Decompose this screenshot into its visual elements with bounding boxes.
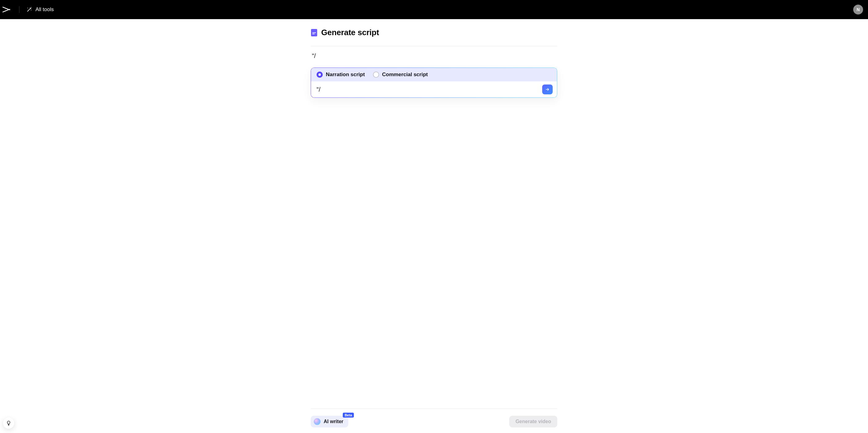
page-title-row: Generate script [311,28,557,37]
avatar[interactable]: N [853,5,863,15]
displayed-script-text: "/ [311,46,557,63]
magic-wand-icon [26,6,32,12]
svg-point-1 [31,7,32,8]
radio-narration-label: Narration script [326,71,365,78]
all-tools-button[interactable]: All tools [24,5,56,15]
top-separator [19,6,20,13]
arrow-right-icon [545,87,550,92]
page-title: Generate script [321,28,379,37]
ai-writer-label: AI writer [324,419,343,424]
radio-narration-script[interactable]: Narration script [316,71,365,78]
svg-point-0 [27,8,28,8]
radio-commercial-label: Commercial script [382,71,428,78]
top-bar: All tools N [0,0,868,19]
submit-button[interactable] [542,85,553,94]
ai-orb-icon [314,418,320,425]
generate-video-button[interactable]: Generate video [509,416,557,428]
app-logo[interactable] [2,6,15,13]
radio-unselected-icon [373,71,379,78]
svg-rect-5 [312,34,315,34]
svg-rect-4 [312,32,316,33]
radio-commercial-script[interactable]: Commercial script [373,71,428,78]
footer-separator [311,409,557,409]
svg-point-2 [31,10,31,10]
script-input-card: Narration script Commercial script [311,67,557,98]
lightbulb-icon [6,421,11,426]
radio-selected-icon [316,71,323,78]
main-area: Generate script "/ Narration script Comm… [0,19,868,433]
ai-writer-button[interactable]: AI writer Beta [311,416,348,428]
script-type-tabs: Narration script Commercial script [311,68,557,81]
help-button[interactable] [3,417,14,429]
all-tools-label: All tools [35,6,54,12]
beta-badge: Beta [343,413,354,417]
document-icon [311,29,317,37]
capcut-logo-icon [2,6,10,13]
script-input[interactable] [316,85,539,94]
avatar-letter: N [857,7,860,12]
